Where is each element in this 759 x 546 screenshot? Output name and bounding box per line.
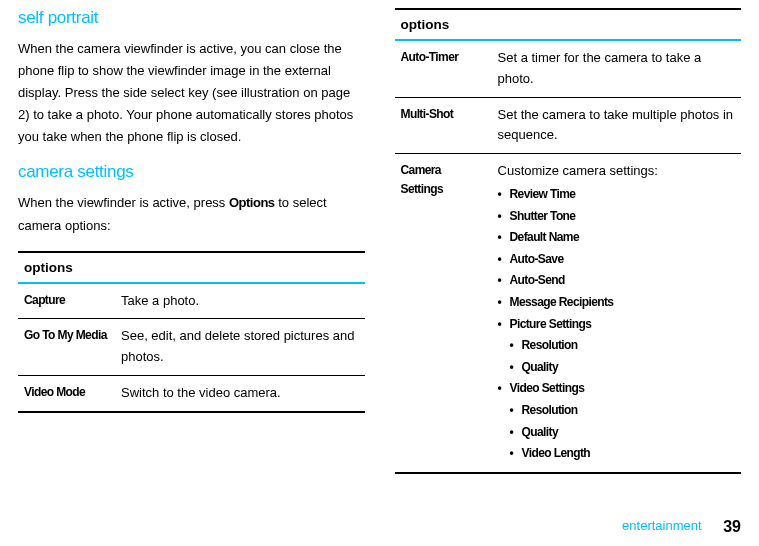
heading-camera-settings: camera settings (18, 162, 365, 182)
bullet-item: Picture Settings (498, 314, 735, 336)
bullet-sub-item: Resolution (510, 335, 735, 357)
left-table-header: options (18, 252, 365, 283)
right-column: options Auto-Timer Set a timer for the c… (395, 8, 742, 474)
option-desc: Switch to the video camera. (115, 376, 364, 412)
bullet-sub-item: Quality (510, 357, 735, 379)
bullet-item: Auto-Send (498, 270, 735, 292)
page-footer: entertainment 39 (622, 518, 741, 536)
bullet-item: Video Settings (498, 378, 735, 400)
option-desc: Take a photo. (115, 283, 364, 319)
bullet-sub-item: Video Length (510, 443, 735, 465)
bullet-sub-item: Quality (510, 422, 735, 444)
option-name: Multi-Shot (395, 97, 492, 154)
table-row: Auto-Timer Set a timer for the camera to… (395, 40, 742, 97)
page-columns: self portrait When the camera viewfinder… (18, 8, 741, 474)
left-options-table: options Capture Take a photo. Go To My M… (18, 251, 365, 413)
bullet-item: Auto-Save (498, 249, 735, 271)
table-row: Video Mode Switch to the video camera. (18, 376, 365, 412)
bullet-item: Review Time (498, 184, 735, 206)
settings-desc-text: Customize camera settings: (498, 163, 658, 178)
para-self-portrait: When the camera viewfinder is active, yo… (18, 38, 365, 148)
right-table-header: options (395, 9, 742, 40)
footer-page-number: 39 (723, 518, 741, 535)
option-name: Video Mode (18, 376, 115, 412)
para-camera-settings: When the viewfinder is active, press Opt… (18, 192, 365, 236)
table-row: Go To My Media See, edit, and delete sto… (18, 319, 365, 376)
bullet-item: Shutter Tone (498, 206, 735, 228)
footer-section: entertainment (622, 518, 702, 533)
left-column: self portrait When the camera viewfinder… (18, 8, 365, 474)
option-name: Auto-Timer (395, 40, 492, 97)
option-desc-cell: Customize camera settings: Review Time S… (492, 154, 741, 473)
heading-self-portrait: self portrait (18, 8, 365, 28)
option-name: Go To My Media (18, 319, 115, 376)
option-desc: Set a timer for the camera to take a pho… (492, 40, 741, 97)
right-options-table: options Auto-Timer Set a timer for the c… (395, 8, 742, 474)
para2-pre: When the viewfinder is active, press (18, 195, 229, 210)
option-desc: See, edit, and delete stored pictures an… (115, 319, 364, 376)
option-name: Capture (18, 283, 115, 319)
table-row: Capture Take a photo. (18, 283, 365, 319)
option-name: Camera Settings (395, 154, 492, 473)
table-row: Camera Settings Customize camera setting… (395, 154, 742, 473)
settings-bullets: Review Time Shutter Tone Default Name Au… (498, 184, 735, 465)
bullet-sub-item: Resolution (510, 400, 735, 422)
bullet-item: Default Name (498, 227, 735, 249)
para2-bold: Options (229, 195, 275, 210)
option-desc: Set the camera to take multiple photos i… (492, 97, 741, 154)
bullet-item: Message Recipients (498, 292, 735, 314)
table-row: Multi-Shot Set the camera to take multip… (395, 97, 742, 154)
